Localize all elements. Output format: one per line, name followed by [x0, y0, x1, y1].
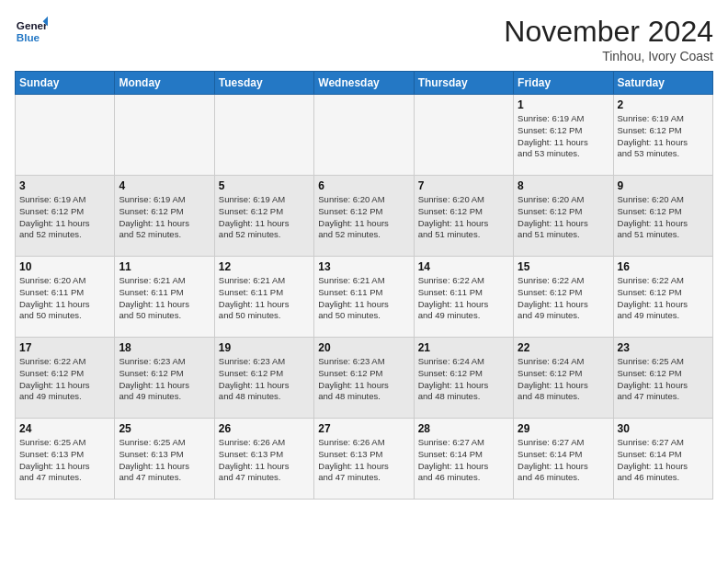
calendar-cell: 12Sunrise: 6:21 AM Sunset: 6:11 PM Dayli… — [214, 257, 313, 338]
day-header-friday: Friday — [514, 72, 613, 95]
day-info: Sunrise: 6:24 AM Sunset: 6:12 PM Dayligh… — [418, 356, 509, 403]
calendar-cell: 24Sunrise: 6:25 AM Sunset: 6:13 PM Dayli… — [16, 419, 115, 500]
day-info: Sunrise: 6:25 AM Sunset: 6:12 PM Dayligh… — [618, 356, 709, 403]
day-info: Sunrise: 6:20 AM Sunset: 6:12 PM Dayligh… — [418, 194, 509, 241]
calendar-cell: 8Sunrise: 6:20 AM Sunset: 6:12 PM Daylig… — [514, 176, 613, 257]
day-info: Sunrise: 6:23 AM Sunset: 6:12 PM Dayligh… — [219, 356, 310, 403]
calendar-cell: 5Sunrise: 6:19 AM Sunset: 6:12 PM Daylig… — [214, 176, 313, 257]
day-info: Sunrise: 6:20 AM Sunset: 6:12 PM Dayligh… — [618, 194, 709, 241]
calendar-cell: 15Sunrise: 6:22 AM Sunset: 6:12 PM Dayli… — [514, 257, 613, 338]
logo: General Blue — [15, 15, 48, 48]
day-info: Sunrise: 6:22 AM Sunset: 6:12 PM Dayligh… — [19, 356, 110, 403]
calendar-body: 1Sunrise: 6:19 AM Sunset: 6:12 PM Daylig… — [16, 95, 713, 500]
day-info: Sunrise: 6:27 AM Sunset: 6:14 PM Dayligh… — [518, 437, 609, 484]
day-number: 12 — [219, 260, 310, 273]
calendar-week-3: 10Sunrise: 6:20 AM Sunset: 6:11 PM Dayli… — [16, 257, 713, 338]
month-title: November 2024 — [504, 15, 713, 49]
day-number: 30 — [618, 422, 709, 435]
day-number: 16 — [618, 260, 709, 273]
calendar-cell — [16, 95, 115, 176]
day-info: Sunrise: 6:22 AM Sunset: 6:12 PM Dayligh… — [518, 275, 609, 322]
day-number: 19 — [219, 341, 310, 354]
calendar-cell — [115, 95, 214, 176]
calendar-cell: 11Sunrise: 6:21 AM Sunset: 6:11 PM Dayli… — [115, 257, 214, 338]
day-info: Sunrise: 6:25 AM Sunset: 6:13 PM Dayligh… — [19, 437, 110, 484]
location: Tinhou, Ivory Coast — [504, 49, 713, 63]
calendar-cell: 23Sunrise: 6:25 AM Sunset: 6:12 PM Dayli… — [613, 338, 712, 419]
calendar-cell — [314, 95, 414, 176]
day-info: Sunrise: 6:21 AM Sunset: 6:11 PM Dayligh… — [318, 275, 409, 322]
day-number: 4 — [119, 179, 210, 192]
day-number: 1 — [518, 98, 609, 111]
day-number: 10 — [19, 260, 110, 273]
day-info: Sunrise: 6:24 AM Sunset: 6:12 PM Dayligh… — [518, 356, 609, 403]
day-info: Sunrise: 6:26 AM Sunset: 6:13 PM Dayligh… — [318, 437, 409, 484]
day-header-wednesday: Wednesday — [314, 72, 414, 95]
title-block: November 2024 Tinhou, Ivory Coast — [504, 15, 713, 63]
calendar-cell: 10Sunrise: 6:20 AM Sunset: 6:11 PM Dayli… — [16, 257, 115, 338]
day-info: Sunrise: 6:20 AM Sunset: 6:11 PM Dayligh… — [19, 275, 110, 322]
day-info: Sunrise: 6:19 AM Sunset: 6:12 PM Dayligh… — [219, 194, 310, 241]
calendar-week-1: 1Sunrise: 6:19 AM Sunset: 6:12 PM Daylig… — [16, 95, 713, 176]
calendar-header: SundayMondayTuesdayWednesdayThursdayFrid… — [16, 72, 713, 95]
day-info: Sunrise: 6:22 AM Sunset: 6:12 PM Dayligh… — [618, 275, 709, 322]
day-number: 24 — [19, 422, 110, 435]
day-info: Sunrise: 6:26 AM Sunset: 6:13 PM Dayligh… — [219, 437, 310, 484]
day-info: Sunrise: 6:21 AM Sunset: 6:11 PM Dayligh… — [119, 275, 210, 322]
day-header-saturday: Saturday — [613, 72, 712, 95]
calendar-week-2: 3Sunrise: 6:19 AM Sunset: 6:12 PM Daylig… — [16, 176, 713, 257]
day-header-sunday: Sunday — [16, 72, 115, 95]
day-number: 27 — [318, 422, 409, 435]
calendar-cell: 14Sunrise: 6:22 AM Sunset: 6:11 PM Dayli… — [414, 257, 513, 338]
day-info: Sunrise: 6:21 AM Sunset: 6:11 PM Dayligh… — [219, 275, 310, 322]
day-number: 15 — [518, 260, 609, 273]
calendar-cell: 4Sunrise: 6:19 AM Sunset: 6:12 PM Daylig… — [115, 176, 214, 257]
day-info: Sunrise: 6:23 AM Sunset: 6:12 PM Dayligh… — [119, 356, 210, 403]
calendar-cell — [214, 95, 313, 176]
calendar-cell: 6Sunrise: 6:20 AM Sunset: 6:12 PM Daylig… — [314, 176, 414, 257]
calendar-cell: 22Sunrise: 6:24 AM Sunset: 6:12 PM Dayli… — [514, 338, 613, 419]
calendar-cell: 13Sunrise: 6:21 AM Sunset: 6:11 PM Dayli… — [314, 257, 414, 338]
calendar-cell: 26Sunrise: 6:26 AM Sunset: 6:13 PM Dayli… — [214, 419, 313, 500]
page-header: General Blue November 2024 Tinhou, Ivory… — [15, 15, 713, 63]
calendar-cell: 16Sunrise: 6:22 AM Sunset: 6:12 PM Dayli… — [613, 257, 712, 338]
day-number: 25 — [119, 422, 210, 435]
calendar-cell: 25Sunrise: 6:25 AM Sunset: 6:13 PM Dayli… — [115, 419, 214, 500]
day-number: 18 — [119, 341, 210, 354]
calendar-cell: 9Sunrise: 6:20 AM Sunset: 6:12 PM Daylig… — [613, 176, 712, 257]
day-info: Sunrise: 6:20 AM Sunset: 6:12 PM Dayligh… — [318, 194, 409, 241]
day-number: 11 — [119, 260, 210, 273]
calendar-table: SundayMondayTuesdayWednesdayThursdayFrid… — [15, 71, 713, 500]
day-info: Sunrise: 6:20 AM Sunset: 6:12 PM Dayligh… — [518, 194, 609, 241]
day-info: Sunrise: 6:23 AM Sunset: 6:12 PM Dayligh… — [318, 356, 409, 403]
calendar-cell: 19Sunrise: 6:23 AM Sunset: 6:12 PM Dayli… — [214, 338, 313, 419]
calendar-cell: 30Sunrise: 6:27 AM Sunset: 6:14 PM Dayli… — [613, 419, 712, 500]
calendar-cell: 7Sunrise: 6:20 AM Sunset: 6:12 PM Daylig… — [414, 176, 513, 257]
calendar-cell: 1Sunrise: 6:19 AM Sunset: 6:12 PM Daylig… — [514, 95, 613, 176]
calendar-cell: 27Sunrise: 6:26 AM Sunset: 6:13 PM Dayli… — [314, 419, 414, 500]
day-number: 5 — [219, 179, 310, 192]
svg-text:Blue: Blue — [17, 31, 40, 43]
calendar-week-5: 24Sunrise: 6:25 AM Sunset: 6:13 PM Dayli… — [16, 419, 713, 500]
day-info: Sunrise: 6:19 AM Sunset: 6:12 PM Dayligh… — [518, 113, 609, 160]
day-info: Sunrise: 6:19 AM Sunset: 6:12 PM Dayligh… — [19, 194, 110, 241]
calendar-cell: 20Sunrise: 6:23 AM Sunset: 6:12 PM Dayli… — [314, 338, 414, 419]
day-number: 6 — [318, 179, 409, 192]
logo-icon: General Blue — [15, 15, 48, 48]
day-info: Sunrise: 6:25 AM Sunset: 6:13 PM Dayligh… — [119, 437, 210, 484]
day-number: 7 — [418, 179, 509, 192]
day-number: 23 — [618, 341, 709, 354]
calendar-week-4: 17Sunrise: 6:22 AM Sunset: 6:12 PM Dayli… — [16, 338, 713, 419]
calendar-cell: 29Sunrise: 6:27 AM Sunset: 6:14 PM Dayli… — [514, 419, 613, 500]
day-info: Sunrise: 6:19 AM Sunset: 6:12 PM Dayligh… — [618, 113, 709, 160]
day-number: 26 — [219, 422, 310, 435]
day-header-monday: Monday — [115, 72, 214, 95]
day-info: Sunrise: 6:27 AM Sunset: 6:14 PM Dayligh… — [618, 437, 709, 484]
day-number: 14 — [418, 260, 509, 273]
day-header-tuesday: Tuesday — [214, 72, 313, 95]
day-number: 2 — [618, 98, 709, 111]
day-number: 21 — [418, 341, 509, 354]
day-number: 29 — [518, 422, 609, 435]
day-number: 9 — [618, 179, 709, 192]
day-info: Sunrise: 6:27 AM Sunset: 6:14 PM Dayligh… — [418, 437, 509, 484]
